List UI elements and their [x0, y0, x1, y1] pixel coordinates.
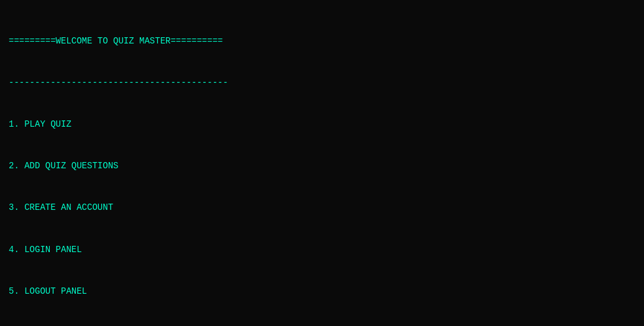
menu-item-5: 5. LOGOUT PANEL	[9, 284, 635, 298]
title-line: =========WELCOME TO QUIZ MASTER=========…	[9, 34, 635, 48]
separator-line: ----------------------------------------…	[9, 76, 635, 89]
terminal-window: =========WELCOME TO QUIZ MASTER=========…	[9, 6, 635, 326]
menu-item-3: 3. CREATE AN ACCOUNT	[9, 201, 635, 214]
menu-item-4: 4. LOGIN PANEL	[9, 243, 635, 256]
menu-item-1: 1. PLAY QUIZ	[9, 117, 635, 131]
menu-item-2: 2. ADD QUIZ QUESTIONS	[9, 159, 635, 173]
